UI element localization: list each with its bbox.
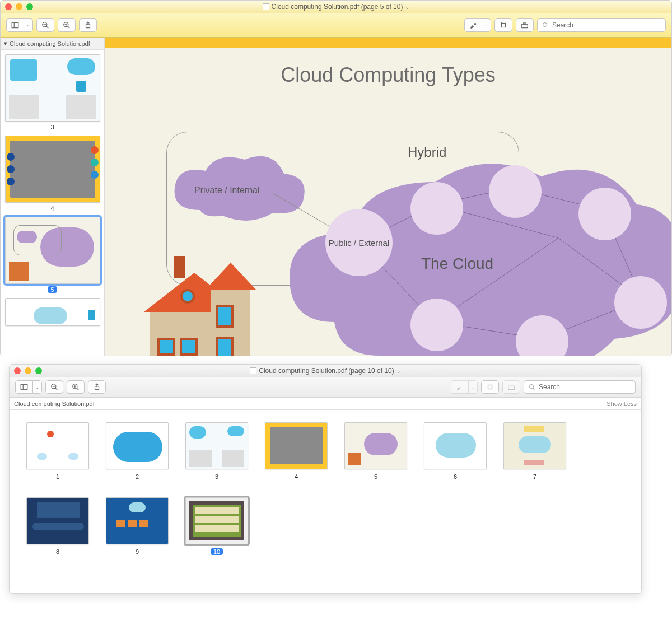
- page-thumbnail[interactable]: [26, 422, 89, 469]
- grid-item[interactable]: 7: [503, 422, 566, 481]
- search-field[interactable]: [524, 380, 636, 394]
- sidebar-header[interactable]: ▾ Cloud computing Solution.pdf: [1, 38, 104, 50]
- svg-rect-31: [158, 339, 174, 355]
- highlight-dropdown[interactable]: ⌄: [482, 18, 491, 32]
- svg-point-44: [181, 290, 194, 302]
- search-icon: [529, 384, 535, 390]
- page-thumbnail[interactable]: [106, 497, 169, 544]
- rotate-button[interactable]: [481, 380, 499, 394]
- view-mode-button[interactable]: [15, 380, 32, 394]
- highlight-button-disabled: [451, 380, 468, 394]
- cloud-node: [410, 182, 463, 235]
- share-button[interactable]: [79, 18, 97, 32]
- page-thumbnail[interactable]: [344, 422, 407, 469]
- svg-rect-56: [508, 386, 515, 389]
- page-thumbnail[interactable]: [265, 422, 328, 469]
- thumbnail-item[interactable]: 3: [1, 54, 104, 131]
- traffic-lights: [5, 3, 33, 10]
- svg-line-3: [46, 26, 49, 28]
- fullscreen-window-button[interactable]: [26, 3, 33, 10]
- title-dropdown-icon: ⌄: [396, 368, 401, 374]
- sidebar-doc-name: Cloud computing Solution.pdf: [10, 40, 90, 47]
- content-area[interactable]: Cloud Computing Types: [105, 38, 671, 356]
- minimize-window-button[interactable]: [25, 367, 31, 374]
- grid-item[interactable]: 4: [265, 422, 328, 481]
- search-input[interactable]: [539, 383, 631, 391]
- page-thumbnail[interactable]: [424, 422, 487, 469]
- grid-item[interactable]: 9: [106, 497, 169, 556]
- grid-item[interactable]: 3: [185, 422, 248, 481]
- svg-line-48: [55, 388, 58, 390]
- search-input[interactable]: [552, 21, 661, 29]
- the-cloud-label: The Cloud: [421, 255, 493, 273]
- cloud-node: [410, 299, 463, 351]
- highlight-button[interactable]: [464, 18, 482, 32]
- contact-sheet-grid[interactable]: 1 2 3 4 5 6 7 8 9 10: [10, 410, 641, 568]
- page-thumbnail[interactable]: [5, 298, 100, 326]
- sidebar-icon: [11, 21, 19, 29]
- fullscreen-window-button[interactable]: [35, 367, 42, 374]
- view-mode-dropdown[interactable]: ⌄: [24, 18, 33, 32]
- window-title[interactable]: Cloud computing Solution.pdf (page 10 of…: [10, 367, 641, 375]
- thumbnail-item[interactable]: 4: [1, 136, 104, 212]
- view-mode-button[interactable]: [6, 18, 24, 32]
- thumbnail-item[interactable]: 5: [1, 217, 104, 293]
- page-thumbnail[interactable]: [185, 422, 248, 469]
- zoom-in-button[interactable]: [58, 18, 76, 32]
- page-thumbnail[interactable]: [26, 497, 89, 544]
- page-thumbnail[interactable]: [503, 422, 566, 469]
- title-dropdown-icon: ⌄: [405, 4, 409, 10]
- cloud-node: [614, 276, 667, 329]
- thumbnail-item[interactable]: [1, 298, 104, 326]
- svg-rect-41: [217, 338, 232, 356]
- title-bar: Cloud computing Solution.pdf (page 5 of …: [1, 1, 671, 13]
- close-window-button[interactable]: [5, 3, 12, 10]
- share-icon: [93, 383, 101, 391]
- search-field[interactable]: [537, 18, 666, 32]
- preview-window-2: Cloud computing Solution.pdf (page 10 of…: [9, 364, 642, 594]
- grid-item[interactable]: 2: [106, 422, 169, 481]
- grid-item[interactable]: 1: [26, 422, 89, 481]
- minimize-window-button[interactable]: [16, 3, 22, 10]
- file-bar: Cloud computing Solution.pdf Show Less: [10, 398, 641, 410]
- grid-item[interactable]: 10: [185, 497, 248, 556]
- toolbox-icon: [521, 21, 529, 29]
- page-number: 1: [56, 473, 59, 480]
- zoom-out-button[interactable]: [45, 380, 63, 394]
- page-thumbnail-selected[interactable]: [5, 217, 100, 284]
- svg-rect-26: [174, 256, 185, 278]
- rotate-icon: [500, 21, 507, 29]
- page-thumbnail[interactable]: [5, 54, 100, 122]
- sidebar-icon: [20, 383, 28, 391]
- pdf-page-icon: [250, 367, 256, 374]
- view-mode-dropdown[interactable]: ⌄: [32, 380, 42, 394]
- grid-item[interactable]: 5: [344, 422, 407, 481]
- grid-item[interactable]: 6: [424, 422, 487, 481]
- page-number: 6: [454, 473, 457, 480]
- svg-rect-12: [524, 22, 526, 24]
- zoom-in-button[interactable]: [67, 380, 85, 394]
- thumbnail-list[interactable]: 3 4: [1, 50, 104, 356]
- rotate-button[interactable]: [494, 18, 512, 32]
- share-button[interactable]: [88, 380, 106, 394]
- highlighter-icon: [456, 383, 464, 391]
- zoom-out-button[interactable]: [36, 18, 54, 32]
- cloud-node: [578, 188, 631, 240]
- page-thumbnail[interactable]: [106, 422, 169, 469]
- file-name: Cloud computing Solution.pdf: [14, 400, 95, 407]
- close-window-button[interactable]: [14, 367, 21, 374]
- markup-button[interactable]: [516, 18, 534, 32]
- grid-item[interactable]: 8: [26, 497, 89, 556]
- page-thumbnail[interactable]: [5, 136, 100, 203]
- svg-rect-10: [502, 23, 506, 27]
- page-number: 3: [50, 124, 54, 130]
- svg-point-57: [530, 385, 534, 389]
- page-number: 4: [50, 205, 54, 212]
- svg-rect-55: [488, 385, 492, 389]
- chevron-down-icon: ⌄: [471, 385, 475, 390]
- show-less-link[interactable]: Show Less: [606, 400, 637, 407]
- window-title[interactable]: Cloud computing Solution.pdf (page 5 of …: [1, 3, 671, 11]
- page-thumbnail-selected[interactable]: [185, 497, 248, 544]
- page-number-selected: 5: [48, 286, 57, 293]
- traffic-lights: [14, 367, 42, 374]
